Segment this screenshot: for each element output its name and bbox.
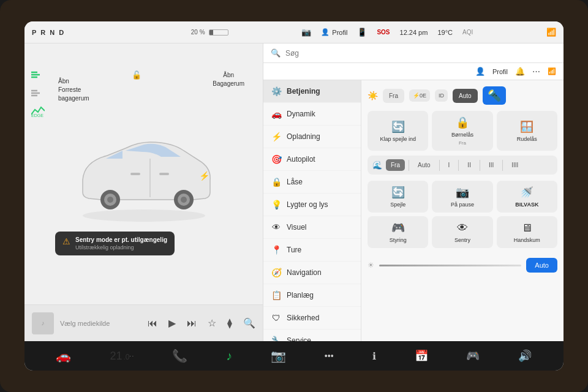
pause-label: På pause: [451, 202, 474, 208]
light-high-button[interactable]: 🔦: [483, 86, 506, 105]
equalizer-button[interactable]: ⧫: [227, 317, 232, 329]
styring-label: Styring: [390, 237, 407, 243]
sentry-icon: 👁: [457, 222, 468, 235]
warning-icon: ⚠: [62, 236, 70, 246]
prev-button[interactable]: ⏮: [148, 318, 157, 329]
person-icon: 👤: [321, 28, 330, 36]
car-area: Åbn Forreste bagagerum Åbn Bagagerum 🔓: [24, 43, 263, 304]
bell-icon[interactable]: 🔔: [515, 67, 525, 76]
menu-item-laase[interactable]: 🔒 Låse: [263, 171, 361, 194]
taskbar-game[interactable]: 🎮: [461, 347, 484, 365]
menu-item-service[interactable]: 🔧 Service: [263, 330, 361, 341]
menu-item-navigation[interactable]: 🧭 Navigation: [263, 262, 361, 284]
wiper-2-button[interactable]: II: [462, 159, 476, 171]
car-svg: ⚡: [64, 125, 224, 223]
windowlock-label: Rudelås: [517, 136, 537, 142]
taskbar: 🚗 21 .0 ·· 📞 ♪ 📷 •••: [24, 341, 564, 371]
taskbar-dots[interactable]: •••: [320, 349, 339, 363]
sentry-button[interactable]: 👁 Sentry: [432, 216, 492, 248]
bilvask-button[interactable]: 🚿 BILVASK: [497, 181, 557, 213]
taskbar-info[interactable]: ℹ: [368, 348, 381, 364]
taskbar-info-icon: ℹ: [372, 350, 376, 362]
menu-item-opladning[interactable]: ⚡ Opladning: [263, 126, 361, 148]
menu-item-autopilot[interactable]: 🎯 Autopilot: [263, 148, 361, 171]
dynamik-label: Dynamik: [287, 110, 315, 118]
menu-item-sikkerhed[interactable]: 🛡 Sikkerhed: [263, 307, 361, 330]
taskbar-car[interactable]: 🚗: [51, 346, 76, 366]
play-button[interactable]: ▶: [168, 317, 176, 329]
menu-item-betjening[interactable]: ⚙️ Betjening: [263, 80, 361, 103]
wiper-fra-button[interactable]: Fra: [386, 159, 405, 171]
ture-icon: 📍: [271, 245, 282, 255]
profile-button[interactable]: 👤 Profil: [321, 28, 347, 36]
front-trunk-label[interactable]: Åbn Forreste bagagerum: [58, 77, 89, 103]
wiper-divider-4: [480, 160, 480, 171]
search-input[interactable]: [285, 49, 556, 58]
taskbar-spotify[interactable]: ♪: [221, 347, 237, 366]
navigation-label: Navigation: [287, 268, 322, 277]
menu-item-ture[interactable]: 📍 Ture: [263, 239, 361, 262]
taskbar-car-icon: 🚗: [56, 349, 71, 363]
brightness-row: ☀ Auto: [368, 254, 557, 276]
auto-brightness-button[interactable]: Auto: [526, 258, 557, 273]
autopilot-label: Autopilot: [287, 155, 315, 164]
svg-rect-16: [159, 173, 169, 175]
menu-item-lygter[interactable]: 💡 Lygter og lys: [263, 194, 361, 216]
taskbar-temp[interactable]: 21 .0 ··: [105, 347, 138, 365]
handskrum-label: Handskum: [514, 237, 540, 243]
wiper-row: 🌊 Fra Auto I II III IIII: [368, 156, 557, 175]
taskbar-phone[interactable]: 📞: [167, 346, 192, 366]
childlock-sub: Fra: [459, 140, 466, 146]
light-lo-button[interactable]: ID: [435, 89, 448, 102]
mirror-button[interactable]: 🔄 Klap spejle ind: [368, 111, 428, 151]
spejle-button[interactable]: 🔄 Spejle: [368, 181, 428, 213]
search-bar[interactable]: 🔍: [263, 43, 564, 63]
favorite-button[interactable]: ☆: [208, 317, 216, 329]
pause-button[interactable]: 📷 På pause: [432, 181, 492, 213]
wiper-divider-5: [502, 160, 503, 171]
menu-item-planlaeg[interactable]: 📋 Planlæg: [263, 284, 361, 307]
menu-item-visuel[interactable]: 👁 Visuel: [263, 216, 361, 239]
handskrum-button[interactable]: 🖥 Handskum: [497, 216, 557, 248]
light-auto-button[interactable]: Auto: [453, 89, 478, 103]
wiper-auto-button[interactable]: Auto: [413, 159, 435, 171]
brightness-slider[interactable]: [379, 265, 521, 266]
service-label: Service: [287, 336, 311, 341]
laase-label: Låse: [287, 178, 303, 186]
profile-row: 👤 Profil 🔔 ⋯ 📶: [263, 63, 564, 80]
wiper-3-button[interactable]: III: [484, 159, 499, 171]
search-media-button[interactable]: 🔍: [243, 317, 255, 329]
light-lod-button[interactable]: ⚡0E: [409, 89, 430, 102]
warning-title: Sentry mode er pt. utilgængelig: [75, 236, 167, 243]
wiper-4-button[interactable]: IIII: [507, 159, 523, 171]
taskbar-calendar[interactable]: 📅: [410, 347, 433, 365]
menu-item-dynamik[interactable]: 🚗 Dynamik: [263, 103, 361, 126]
styring-icon: 🎮: [391, 221, 405, 235]
taskbar-camera[interactable]: 📷: [266, 346, 291, 366]
status-center: 📷 👤 Profil 📱 SOS 12.24 pm 19°C AQI: [228, 28, 546, 37]
bilvask-icon: 🚿: [520, 186, 533, 199]
time-display: 12.24 pm: [400, 29, 428, 36]
wiper-divider-2: [439, 160, 440, 171]
taskbar-dots-icon: •••: [325, 351, 334, 361]
visuel-label: Visuel: [287, 223, 306, 232]
warning-sub: Utilstrækkelig opladning: [75, 244, 167, 251]
autopilot-icon: 🎯: [271, 154, 282, 164]
svg-point-14: [181, 197, 187, 203]
signal-icon-2: 📶: [548, 67, 556, 75]
child-lock-button[interactable]: 🔒 Børnelås Fra: [432, 111, 492, 151]
menu-list: ⚙️ Betjening 🚗 Dynamik ⚡ Opladning 🎯: [263, 80, 361, 341]
window-lock-button[interactable]: 🪟 Rudelås: [497, 111, 557, 151]
rear-trunk-label[interactable]: Åbn Bagagerum: [213, 71, 244, 88]
spejle-icon: 🔄: [391, 186, 405, 199]
light-fra-button[interactable]: Fra: [383, 89, 404, 103]
next-button[interactable]: ⏭: [187, 318, 197, 329]
media-controls: ⏮ ▶ ⏭ ☆ ⧫ 🔍: [148, 317, 255, 329]
opladning-icon: ⚡: [271, 132, 282, 141]
battery-bar: [209, 29, 228, 36]
wiper-1-button[interactable]: I: [443, 159, 455, 171]
betjening-icon: ⚙️: [271, 86, 282, 96]
more-icon[interactable]: ⋯: [532, 67, 540, 76]
taskbar-volume[interactable]: 🔊: [513, 347, 537, 365]
styring-button[interactable]: 🎮 Styring: [368, 216, 428, 248]
